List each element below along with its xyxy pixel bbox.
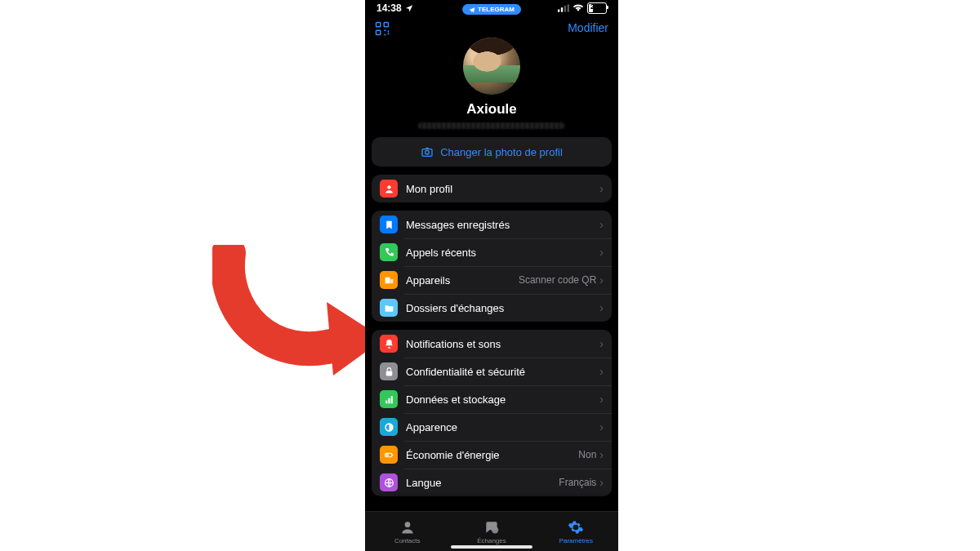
row-privacy[interactable]: Confidentialité et sécurité› [372,358,612,385]
svg-rect-15 [388,398,390,403]
chevron-right-icon: › [599,273,604,287]
avatar[interactable] [463,38,520,95]
row-data-storage[interactable]: Données et stockage› [372,385,612,413]
my-profile-section: Mon profil › [372,175,612,202]
telegram-icon [469,7,475,13]
devices-icon [380,271,398,289]
phone-icon [380,243,398,261]
folder-icon [380,299,398,317]
chevron-right-icon: › [599,476,604,489]
svg-rect-12 [390,278,393,282]
chevron-right-icon: › [599,182,604,195]
chevron-right-icon: › [599,246,604,259]
svg-rect-2 [561,7,563,11]
chevron-right-icon: › [599,448,604,461]
pointer-arrow [212,245,384,408]
lock-icon [380,362,398,380]
svg-rect-6 [384,23,388,27]
home-indicator [451,545,532,549]
row-devices[interactable]: AppareilsScanner code QR› [372,266,612,294]
phone-frame: TELEGRAM 14:38 23 Modifier Axioule Chang… [365,0,618,551]
change-photo-label: Changer la photo de profil [440,146,563,158]
bookmark-icon [380,216,398,233]
svg-rect-14 [385,400,387,403]
chevron-right-icon: › [599,393,604,406]
globe-icon [380,473,398,491]
svg-rect-4 [568,4,569,11]
svg-rect-5 [376,23,381,27]
row-my-profile[interactable]: Mon profil › [372,175,612,202]
section-group-1: Messages enregistrés›Appels récents›Appa… [372,211,612,322]
svg-rect-7 [376,30,381,34]
profile-icon [380,180,398,198]
tab-bar: Contacts Échanges Paramètres [365,511,618,551]
row-saved-messages[interactable]: Messages enregistrés› [372,211,612,238]
qr-code-icon[interactable] [375,21,390,39]
svg-point-22 [404,522,410,527]
svg-rect-16 [390,396,392,403]
tab-contacts[interactable]: Contacts [365,512,449,551]
profile-header: Axioule [365,38,618,129]
bottom-fade [365,492,618,512]
edit-button[interactable]: Modifier [568,21,608,34]
tab-settings[interactable]: Paramètres [534,512,618,551]
location-icon [405,4,413,12]
row-recent-calls[interactable]: Appels récents› [372,238,612,266]
cellular-icon [558,4,569,12]
chevron-right-icon: › [599,365,604,378]
dynamic-island-app-pill: TELEGRAM [462,4,521,15]
svg-rect-11 [385,277,390,283]
phone-number-redacted [418,122,565,129]
chevron-right-icon: › [599,337,604,350]
svg-rect-20 [385,454,388,455]
row-power-saving[interactable]: Économie d'énergieNon› [372,441,612,469]
wifi-icon [572,4,584,12]
svg-rect-3 [564,6,566,12]
bell-icon [380,335,398,353]
status-time: 14:38 [376,2,402,14]
svg-rect-1 [558,10,559,12]
row-notifications[interactable]: Notifications et sons› [372,330,612,358]
section-group-2: Notifications et sons›Confidentialité et… [372,330,612,496]
circle-icon [380,418,398,436]
row-chat-folders[interactable]: Dossiers d'échanges› [372,294,612,322]
battery-icon [380,446,398,464]
profile-name: Axioule [466,101,516,118]
svg-point-23 [492,527,498,533]
svg-point-10 [387,185,390,189]
chevron-right-icon: › [599,420,604,433]
svg-point-9 [425,150,430,154]
svg-rect-13 [385,371,392,375]
svg-rect-19 [392,454,393,455]
row-appearance[interactable]: Apparence› [372,413,612,441]
chevron-right-icon: › [599,218,604,231]
battery-icon: 23 [587,2,607,14]
camera-icon [421,145,434,158]
change-photo-section[interactable]: Changer la photo de profil [372,137,612,167]
data-icon [380,390,398,408]
chevron-right-icon: › [599,301,604,314]
